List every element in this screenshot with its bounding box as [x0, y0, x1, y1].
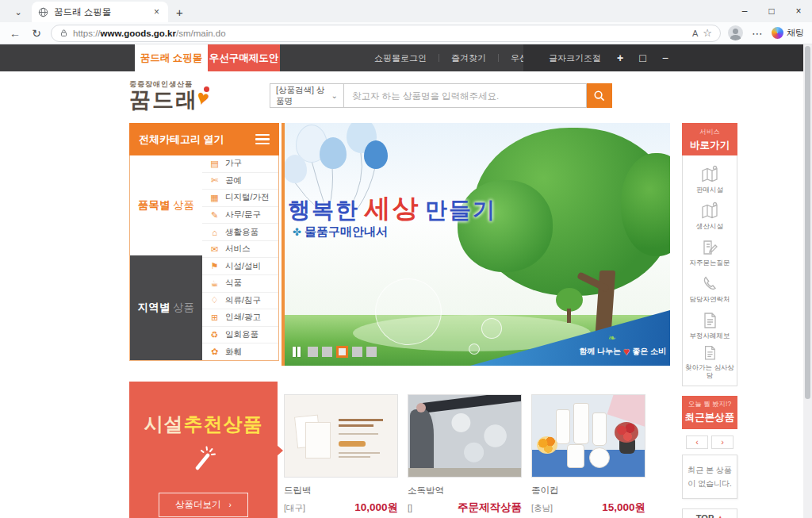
category-item-food[interactable]: ☕식품	[202, 275, 278, 293]
category-item-service[interactable]: ✉서비스	[202, 241, 278, 259]
product-image-dripbag[interactable]	[284, 394, 398, 478]
recent-next-button[interactable]: ›	[711, 436, 733, 449]
up-arrow-icon: ▲	[717, 514, 723, 518]
quick-item-report[interactable]: 부정사례제보	[683, 308, 737, 343]
pause-button[interactable]	[293, 347, 301, 357]
minimize-button[interactable]: –	[731, 0, 758, 22]
category-item-household[interactable]: ⌂생활용품	[202, 224, 278, 241]
divider	[439, 54, 439, 62]
category-item-digital[interactable]: ▦디지털/가전	[202, 190, 278, 207]
category-item-clothing[interactable]: ♢의류/침구	[202, 293, 278, 310]
furniture-icon: ▤	[209, 159, 220, 169]
category-item-printing[interactable]: ⊞인쇄/광고	[202, 309, 278, 327]
maximize-button[interactable]: □	[758, 0, 785, 22]
slide-dot-4[interactable]	[352, 347, 362, 357]
category-header[interactable]: 전체카테고리 열기	[129, 123, 279, 155]
font-reset-button[interactable]: □	[639, 52, 645, 64]
back-button[interactable]: ←	[8, 27, 22, 40]
product-card[interactable]: 소독방역 [] 주문제작상품 태백시장애인보호작업장	[408, 382, 522, 518]
quick-item-visit-consult[interactable]: 찾아가는 심사상담	[683, 344, 737, 379]
logo-text: 꿈드래	[129, 90, 198, 111]
category-header-label: 전체카테고리 열기	[139, 132, 224, 147]
quick-item-sales-facility[interactable]: 판매시설	[683, 162, 737, 197]
search-button[interactable]	[587, 83, 612, 108]
site-top-nav: 꿈드래 쇼핑몰 우선구매제도안내 쇼핑몰로그인 즐겨찾기 우선구매관리시스템 글…	[0, 44, 803, 71]
slide-dot-2[interactable]	[322, 347, 332, 357]
product-name[interactable]: 종이컵	[531, 485, 645, 497]
slide-dot-3-active[interactable]	[336, 346, 348, 358]
scroll-top-button[interactable]: TOP ▲	[682, 508, 737, 518]
site-logo[interactable]: 중증장애인생산품 꿈드래 ♥	[129, 79, 209, 111]
favorite-star-icon[interactable]: ☆	[703, 27, 712, 39]
browser-menu-icon[interactable]: ⋯	[750, 27, 764, 40]
search-category-select[interactable]: [상품검색] 상품명 ⌄	[270, 83, 344, 108]
document-icon	[700, 344, 719, 362]
category-item-craft[interactable]: ✄공예	[202, 173, 278, 190]
font-decrease-button[interactable]: −	[662, 52, 668, 64]
main-banner[interactable]: 행복한 세상 만들기 ✤ 물품구매안내서 ❧ 함께 나누는 ♥ 좋은 소비	[282, 123, 670, 366]
copilot-button[interactable]: 채팅	[772, 27, 804, 39]
link-login[interactable]: 쇼핑몰로그인	[373, 52, 428, 64]
product-name[interactable]: 소독방역	[408, 485, 522, 497]
new-tab-button[interactable]: +	[176, 6, 183, 19]
copilot-icon	[772, 27, 783, 39]
hamburger-icon	[255, 132, 270, 148]
category-item-flowers[interactable]: ✿화훼	[202, 343, 278, 360]
sprout-icon: ❧	[608, 332, 616, 343]
category-groups: 품목별 상품 지역별 상품	[130, 155, 202, 360]
product-card[interactable]: 드립백 [대구] 10,000원 행복울타리	[284, 382, 398, 518]
address-bar: ← ↻ https://www.goods.go.kr/sm/main.do A…	[0, 22, 812, 44]
refresh-button[interactable]: ↻	[29, 27, 44, 40]
close-button[interactable]: ×	[785, 0, 812, 22]
ribbon-slogan: 함께 나누는 ♥ 좋은 소비	[579, 346, 666, 357]
craft-icon: ✄	[209, 175, 220, 186]
site-header: 중증장애인생산품 꿈드래 ♥ [상품검색] 상품명 ⌄	[0, 71, 803, 123]
trophy-icon: ⚑	[209, 261, 220, 271]
profile-avatar[interactable]	[728, 25, 743, 40]
slide-dot-5[interactable]	[366, 347, 377, 357]
font-increase-button[interactable]: +	[617, 52, 623, 64]
quick-item-faq[interactable]: 자주묻는질문	[683, 235, 737, 270]
heart-logo-icon: ♥	[195, 88, 211, 107]
group-by-region[interactable]: 지역별 상품	[130, 255, 202, 360]
category-item-office[interactable]: ✎사무/문구	[202, 207, 278, 224]
category-item-facility[interactable]: ⚑시설/설비	[202, 258, 278, 275]
group-by-item[interactable]: 품목별 상품	[130, 155, 202, 255]
cup-icon: ♻	[209, 330, 220, 340]
category-item-disposable[interactable]: ♻일회용품	[202, 327, 278, 344]
basket-icon: ☕	[209, 278, 220, 289]
chevron-down-icon: ⌄	[331, 91, 338, 100]
document-icon	[700, 311, 719, 330]
url-field[interactable]: https://www.goods.go.kr/sm/main.do A ☆	[51, 25, 721, 42]
more-products-button[interactable]: 상품더보기›	[159, 493, 248, 517]
copilot-label: 채팅	[787, 27, 804, 39]
recent-products-header: 오늘 뭘 봤지!? 최근본상품	[682, 396, 737, 429]
product-image-disinfection[interactable]	[408, 394, 522, 478]
read-aloud-icon[interactable]: A	[692, 29, 698, 38]
promo-arrow	[277, 445, 283, 456]
tab-search-button[interactable]: ⌄	[8, 4, 29, 20]
tab-close-icon[interactable]: ×	[151, 6, 162, 17]
recent-nav: ‹ ›	[682, 436, 737, 449]
map-icon	[700, 201, 719, 221]
browser-tab[interactable]: 꿈드래 쇼핑몰 ×	[32, 2, 168, 22]
tab-purchase-guide[interactable]: 우선구매제도안내	[208, 44, 280, 71]
category-item-furniture[interactable]: ▤가구	[202, 155, 278, 173]
quick-item-production-facility[interactable]: 생산시설	[683, 198, 737, 233]
product-name[interactable]: 드립백	[284, 485, 398, 497]
quick-item-contact[interactable]: 담당자연락처	[683, 271, 737, 306]
page-scrollbar[interactable]	[803, 44, 812, 518]
shirt-icon: ♢	[209, 295, 220, 305]
slide-dot-1[interactable]	[308, 347, 318, 357]
link-favorites[interactable]: 즐겨찾기	[450, 52, 488, 64]
scrollbar-thumb[interactable]	[805, 46, 810, 399]
product-image-papercups[interactable]	[531, 394, 645, 478]
tab-strip: ⌄ 꿈드래 쇼핑몰 × + – □ ×	[0, 0, 812, 22]
recent-prev-button[interactable]: ‹	[686, 436, 708, 449]
product-price: 15,000원	[602, 501, 645, 515]
font-size-label: 글자크기조절	[549, 52, 601, 64]
search-input[interactable]	[344, 83, 587, 108]
tab-shopping-mall[interactable]: 꿈드래 쇼핑몰	[135, 44, 208, 71]
product-card[interactable]: 종이컵 [충남] 15,000원 서산시장애인보호작업장	[531, 382, 645, 518]
product-region: []	[408, 503, 412, 512]
